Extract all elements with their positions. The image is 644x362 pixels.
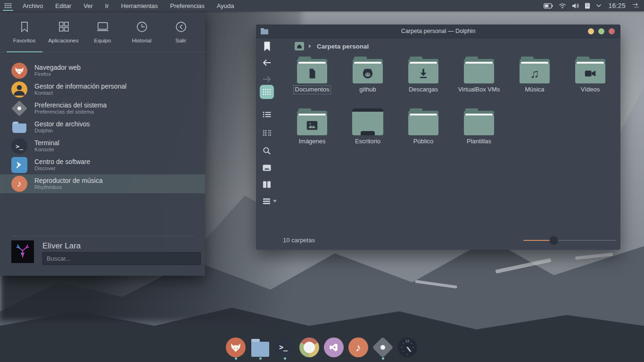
clock-12-label: 12 [405,339,409,343]
app-title: Terminal [34,139,59,147]
app-item-rhythmbox[interactable]: ♪ Reproductor de músicaRhythmbox [0,174,205,193]
close-button[interactable] [609,28,615,34]
app-subtitle: Firefox [34,71,81,77]
panel-clock[interactable]: 16:25 [608,2,626,9]
volume-icon[interactable] [572,3,579,9]
titlebar[interactable]: Carpeta personal — Dolphin [256,25,620,38]
wifi-icon[interactable] [559,3,566,8]
tab-label: Aplicaciones [48,38,79,43]
minimize-button[interactable] [588,28,594,34]
folder-musica[interactable]: ♫ Música [507,57,562,102]
dock-chromium[interactable] [299,337,319,358]
dock-file-manager[interactable] [250,337,270,358]
folder-label: Público [412,138,435,146]
folder-imagenes[interactable]: Imágenes [284,108,340,154]
tab-equipo[interactable]: Equipo [83,11,122,52]
slider-fill [523,240,553,241]
terminal-icon: >_ [275,337,295,357]
zoom-slider[interactable] [523,239,616,241]
menu-editar[interactable]: Editar [55,2,71,9]
menu-button[interactable] [260,195,279,208]
app-item-kontact[interactable]: Gestor de información personalKontact [0,80,205,99]
compact-view-button[interactable] [260,126,273,140]
icons-view-icon [263,89,271,95]
tab-favoritos[interactable]: Favoritos [5,11,44,52]
places-panel-handle-icon[interactable] [264,41,270,51]
app-item-dolphin[interactable]: Gestor de archivosDolphin [0,118,205,137]
dock-system-settings[interactable] [373,337,393,358]
tab-aplicaciones[interactable]: Aplicaciones [44,11,83,52]
split-view-button[interactable] [260,178,273,191]
menu-ayuda[interactable]: Ayuda [217,2,234,9]
app-item-discover[interactable]: Centro de softwareDiscover [0,156,205,174]
app-subtitle: Dolphin [34,128,90,134]
folder-label: Vídeos [579,86,601,94]
desktop-icon [352,108,383,135]
firefox-icon [226,337,246,357]
app-item-firefox[interactable]: Navegador webFirefox [0,61,205,80]
back-button[interactable] [260,56,273,69]
tab-salir[interactable]: Salir [161,11,200,52]
application-launcher-panel: Favoritos Aplicaciones Equipo Historial … [0,11,205,276]
dock-clock[interactable]: 12 [397,337,417,358]
folder-videos[interactable]: Vídeos [562,57,618,102]
computer-icon [96,20,110,33]
tab-label: Historial [132,38,152,43]
bookmark-icon [18,20,31,33]
forward-button[interactable] [260,73,273,86]
folder-label: Imágenes [297,138,327,146]
folder-publico[interactable]: Público [396,108,451,154]
image-emblem-icon [297,115,328,135]
folder-escritorio[interactable]: Escritorio [340,108,396,154]
system-settings-icon [11,100,27,116]
firefox-icon [11,63,27,79]
list-view-button[interactable] [260,108,273,121]
window-title: Carpeta personal — Dolphin [256,28,620,34]
menu-preferencias[interactable]: Preferencias [170,2,205,9]
dock-rhythmbox[interactable]: ♪ [348,337,368,358]
discover-icon [11,157,27,173]
search-input[interactable] [42,252,201,265]
app-item-konsole[interactable]: >_ TerminalKonsole [0,137,205,156]
app-subtitle: Preferencias del sistema [34,109,107,115]
slider-knob[interactable] [550,236,558,244]
breadcrumb-arrow-icon [309,44,311,48]
folder-label: Música [523,86,545,94]
favorites-list: Navegador webFirefox Gestor de informaci… [0,61,205,193]
folder-descargas[interactable]: Descargas [396,57,451,102]
search-button[interactable] [260,144,273,157]
dock-vscode[interactable] [324,337,344,358]
folder-plantillas[interactable]: Plantillas [451,108,507,154]
hamburger-icon [263,198,271,205]
clipboard-icon[interactable] [585,2,590,9]
avatar[interactable] [11,240,34,263]
download-emblem-icon [408,64,439,83]
maximize-button[interactable] [598,28,604,34]
icons-view-button[interactable] [260,85,274,99]
menu-archivo[interactable]: Archivo [23,2,43,9]
breadcrumb-location[interactable]: Carpeta personal [317,43,369,50]
app-item-system-settings[interactable]: Preferencias del sistemaPreferencias del… [0,99,205,118]
battery-icon[interactable] [544,3,553,8]
chevron-down-icon[interactable] [596,4,602,8]
panel-toggle-icon[interactable] [632,3,639,8]
tab-historial[interactable]: Historial [122,11,161,52]
menu-herramientas[interactable]: Herramientas [121,2,158,9]
app-subtitle: Kontact [34,90,126,96]
dock-terminal[interactable]: >_ [275,337,295,358]
app-subtitle: Discover [34,165,90,172]
octocat-emblem-icon [352,64,383,83]
folder-documentos[interactable]: Documentos [284,57,340,102]
folder-label: VirtualBox VMs [457,86,502,94]
menu-ir[interactable]: Ir [105,2,109,9]
menu-ver[interactable]: Ver [83,2,93,9]
app-launcher-button[interactable] [1,0,15,11]
app-title: Gestor de información personal [34,82,126,90]
folder-virtualbox-vms[interactable]: VirtualBox VMs [451,57,507,102]
home-folder-icon[interactable] [295,42,304,50]
dock-firefox[interactable] [226,337,246,358]
preview-button[interactable] [260,161,273,174]
running-indicator [284,357,286,360]
dock: >_ ♪ 12 [226,337,417,362]
folder-github[interactable]: github [340,57,396,102]
